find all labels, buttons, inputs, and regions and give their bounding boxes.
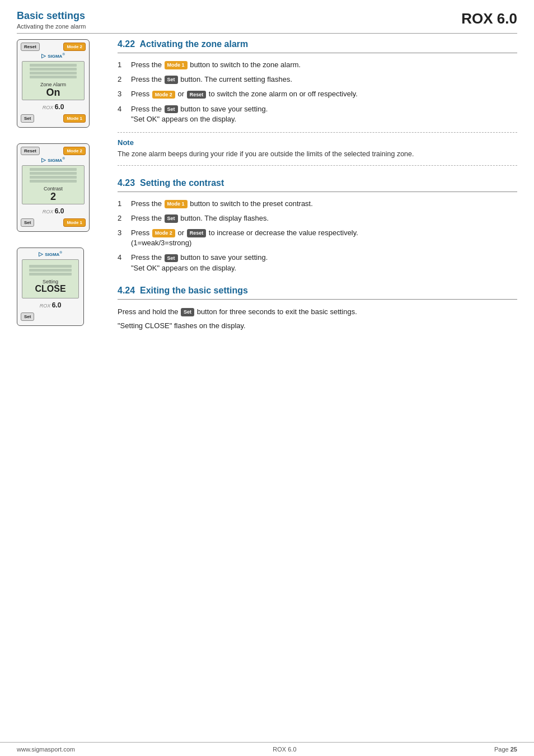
step-content: Press the Set button. The display flashe… xyxy=(131,213,517,223)
device-reset-btn-1: Reset xyxy=(21,43,40,51)
device-screen-1: Zone Alarm On xyxy=(22,61,85,100)
section-424-body: Press and hold the Set button for three … xyxy=(118,306,517,318)
device-value-3: CLOSE xyxy=(35,284,65,293)
screen-line xyxy=(30,172,77,175)
screen-line xyxy=(29,265,72,268)
screen-line xyxy=(30,64,77,67)
left-panel: Reset Mode 2 ▷ SIGMA® Zone Alarm On ROX xyxy=(17,39,106,344)
section-title-423: 4.23 Setting the contrast xyxy=(118,178,517,188)
screen-line xyxy=(29,273,72,276)
steps-list-423: 1 Press the Mode 1 button to switch to t… xyxy=(118,199,517,273)
step-num: 2 xyxy=(118,213,127,223)
device-value-2: 2 xyxy=(50,192,56,202)
step-422-4: 4 Press the Set button to save your sett… xyxy=(118,104,517,124)
mode2-badge: Mode 2 xyxy=(152,229,175,237)
device-set-btn-3: Set xyxy=(21,312,34,321)
sigma-icon-3: ▷ xyxy=(39,251,43,257)
step-423-4: 4 Press the Set button to save your sett… xyxy=(118,253,517,273)
device-screen-3: Setting CLOSE xyxy=(22,259,79,298)
note-box-422: Note The zone alarm beeps during your ri… xyxy=(118,132,517,166)
step-num: 4 xyxy=(118,104,127,124)
device-bottom-buttons-3: Set xyxy=(17,310,83,321)
section-422: 4.22 Activating the zone alarm 1 Press t… xyxy=(118,39,517,166)
rox-val-3: 6.0 xyxy=(52,301,62,309)
device-top-buttons-2: Reset Mode 2 xyxy=(17,144,89,155)
mode1-badge: Mode 1 xyxy=(165,61,188,69)
rox-text-1: ROX xyxy=(43,105,55,110)
device-label-3: Setting xyxy=(43,279,58,284)
step-content: Press Mode 2 or Reset to switch the zone… xyxy=(131,89,517,99)
device-bottom-buttons-2: Set Mode 1 xyxy=(17,216,89,227)
main-content: Reset Mode 2 ▷ SIGMA® Zone Alarm On ROX xyxy=(0,39,534,344)
device-spacer-3 xyxy=(63,312,80,321)
set-badge: Set xyxy=(165,214,178,223)
header-left: Basic settings Activating the zone alarm xyxy=(17,10,86,30)
step-422-2: 2 Press the Set button. The current sett… xyxy=(118,74,517,85)
mode2-badge: Mode 2 xyxy=(152,91,175,99)
header-divider xyxy=(17,33,517,34)
device-contrast: Reset Mode 2 ▷ SIGMA® Contrast 2 ROX 6. xyxy=(17,143,90,232)
sigma-icon-1: ▷ xyxy=(41,53,46,59)
breadcrumb-sub: Activating the zone alarm xyxy=(17,23,86,30)
screen-lines-2 xyxy=(30,168,77,184)
set-badge: Set xyxy=(165,76,178,84)
step-content: Press the Mode 1 button to switch to the… xyxy=(131,199,517,209)
section-423: 4.23 Setting the contrast 1 Press the Mo… xyxy=(118,178,517,273)
screen-line xyxy=(30,72,77,74)
mode1-badge: Mode 1 xyxy=(165,200,188,208)
page-header: Basic settings Activating the zone alarm… xyxy=(0,0,534,33)
device-zone-alarm: Reset Mode 2 ▷ SIGMA® Zone Alarm On ROX xyxy=(17,39,90,128)
screen-line xyxy=(30,68,77,71)
reset-badge: Reset xyxy=(187,229,207,237)
rox-text-2: ROX xyxy=(43,209,55,214)
rox-val-2: 6.0 xyxy=(55,207,64,215)
device-rox-1: ROX 6.0 xyxy=(17,101,89,111)
step-content: Press Mode 2 or Reset to increase or dec… xyxy=(131,228,517,248)
device-top-buttons-1: Reset Mode 2 xyxy=(17,40,89,51)
sigma-logo-text-3: SIGMA® xyxy=(45,251,62,257)
step-num: 1 xyxy=(118,199,127,209)
device-value-1: On xyxy=(46,87,60,97)
step-422-1: 1 Press the Mode 1 button to switch to t… xyxy=(118,60,517,70)
step-423-1: 1 Press the Mode 1 button to switch to t… xyxy=(118,199,517,209)
right-panel: 4.22 Activating the zone alarm 1 Press t… xyxy=(118,39,517,344)
device-bottom-buttons-1: Set Mode 1 xyxy=(17,111,89,123)
screen-lines-1 xyxy=(30,64,77,80)
section-heading-424: 4.24 Exiting the basic settings xyxy=(118,286,517,300)
step-content: Press the Set button to save your settin… xyxy=(131,253,517,273)
step-423-2: 2 Press the Set button. The display flas… xyxy=(118,213,517,223)
device-logo-1: ▷ SIGMA® xyxy=(17,51,89,60)
device-logo-2: ▷ SIGMA® xyxy=(17,155,89,164)
step-422-3: 3 Press Mode 2 or Reset to switch the zo… xyxy=(118,89,517,99)
device-rox-3: ROX 6.0 xyxy=(17,300,83,310)
section-heading-423: 4.23 Setting the contrast xyxy=(118,178,517,192)
section-title-422: 4.22 Activating the zone alarm xyxy=(118,39,517,49)
device-mode2-btn-2: Mode 2 xyxy=(63,147,86,155)
footer-right: Page 25 xyxy=(494,746,517,753)
breadcrumb-title: Basic settings xyxy=(17,10,86,22)
set-badge: Set xyxy=(165,254,178,263)
device-mode1-btn-2: Mode 1 xyxy=(63,218,86,227)
device-close: ▷ SIGMA® Setting CLOSE ROX 6.0 Set xyxy=(17,248,84,326)
note-text-422: The zone alarm beeps during your ride if… xyxy=(118,149,517,160)
step-content: Press the Set button. The current settin… xyxy=(131,74,517,85)
device-set-btn-2: Set xyxy=(21,218,34,227)
device-logo-3: ▷ SIGMA® xyxy=(17,248,83,258)
screen-lines-3 xyxy=(29,265,72,277)
rox-text-3: ROX xyxy=(40,303,52,309)
device-reset-btn-2: Reset xyxy=(21,147,40,155)
step-num: 1 xyxy=(118,60,127,70)
step-num: 3 xyxy=(118,228,127,248)
screen-line xyxy=(30,180,77,183)
set-badge: Set xyxy=(165,105,178,114)
section-heading-422: 4.22 Activating the zone alarm xyxy=(118,39,517,53)
page-footer: www.sigmasport.com ROX 6.0 Page 25 xyxy=(0,742,534,756)
screen-line xyxy=(29,269,72,272)
reset-badge: Reset xyxy=(187,91,207,99)
note-title-422: Note xyxy=(118,138,517,147)
sigma-logo-text-1: SIGMA® xyxy=(48,53,65,59)
footer-center: ROX 6.0 xyxy=(273,746,296,753)
device-set-btn-1: Set xyxy=(21,114,34,123)
step-num: 4 xyxy=(118,253,127,273)
section-424: 4.24 Exiting the basic settings Press an… xyxy=(118,286,517,332)
